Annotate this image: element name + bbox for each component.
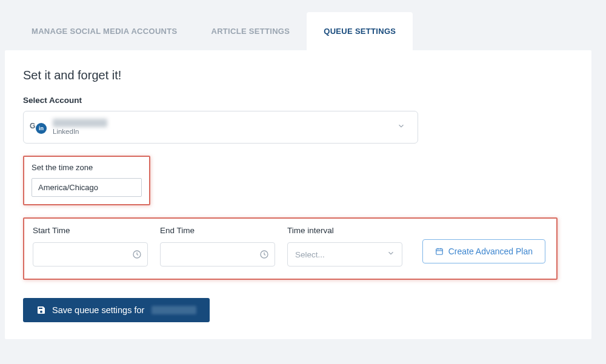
save-icon	[36, 305, 46, 315]
timezone-label: Set the time zone	[32, 163, 142, 172]
tab-manage-accounts[interactable]: MANAGE SOCIAL MEDIA ACCOUNTS	[15, 12, 194, 50]
account-select[interactable]: G in LinkedIn	[23, 111, 418, 144]
start-time-input[interactable]	[33, 242, 148, 266]
end-time-label: End Time	[160, 226, 275, 235]
timezone-input[interactable]	[32, 178, 142, 197]
time-interval-select[interactable]: Select...	[287, 242, 402, 266]
end-time-input[interactable]	[160, 242, 275, 266]
linkedin-icon: in	[36, 123, 47, 134]
clock-icon	[132, 250, 142, 259]
save-queue-settings-button[interactable]: Save queue settings for	[23, 298, 210, 322]
timezone-group: Set the time zone	[23, 156, 150, 205]
clock-icon	[259, 250, 269, 259]
tab-queue-settings[interactable]: QUEUE SETTINGS	[307, 12, 413, 50]
svg-rect-2	[436, 249, 442, 254]
chevron-down-icon	[387, 249, 395, 260]
page-title: Set it and forget it!	[23, 68, 573, 82]
settings-panel: Set it and forget it! Select Account G i…	[5, 50, 591, 339]
chevron-down-icon	[397, 122, 405, 133]
account-network: LinkedIn	[53, 127, 107, 136]
account-name	[53, 119, 107, 127]
schedule-row: Start Time End Time Time int	[23, 217, 558, 280]
account-badge: G in	[33, 121, 47, 134]
start-time-label: Start Time	[33, 226, 148, 235]
time-interval-label: Time interval	[287, 226, 402, 235]
time-interval-placeholder: Select...	[295, 250, 325, 259]
select-account-label: Select Account	[23, 96, 573, 105]
create-advanced-plan-button[interactable]: Create Advanced Plan	[422, 239, 545, 263]
save-button-account-name	[152, 306, 196, 314]
google-g-icon: G	[30, 122, 35, 130]
advanced-plan-label: Create Advanced Plan	[448, 247, 533, 256]
save-button-prefix: Save queue settings for	[52, 305, 144, 315]
tab-article-settings[interactable]: ARTICLE SETTINGS	[194, 12, 307, 50]
tabs-bar: MANAGE SOCIAL MEDIA ACCOUNTS ARTICLE SET…	[5, 12, 591, 50]
calendar-icon	[435, 247, 444, 256]
